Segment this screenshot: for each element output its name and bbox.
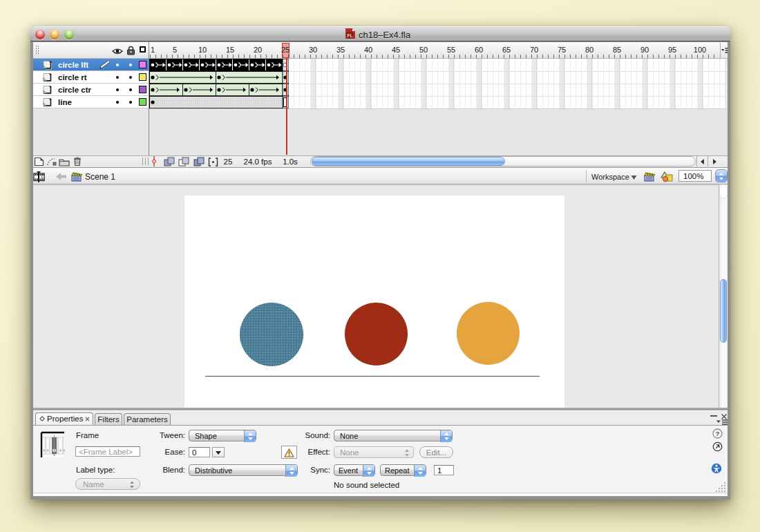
svg-text:?: ? [716, 430, 720, 437]
svg-text:FL: FL [348, 33, 353, 38]
